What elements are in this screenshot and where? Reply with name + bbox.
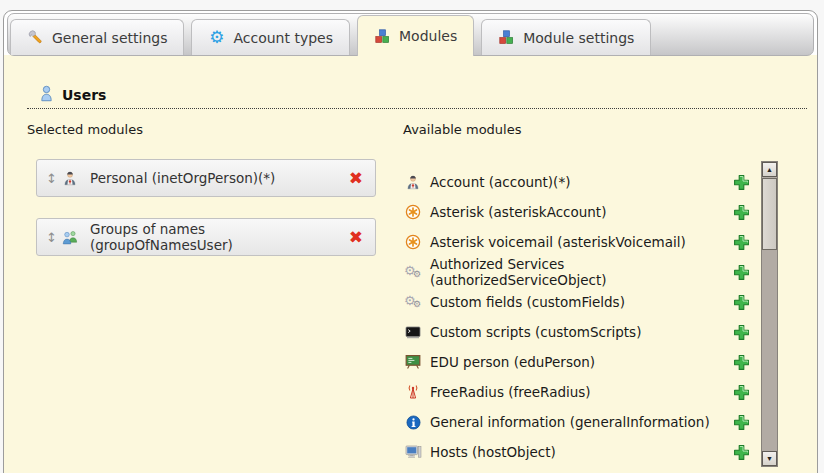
drag-handle-icon[interactable]: ↕: [46, 171, 60, 186]
info-icon: [403, 415, 423, 430]
scroll-down-icon: ▼: [766, 455, 773, 462]
available-module-row: EDU person (eduPerson): [403, 347, 750, 377]
user-icon: [38, 85, 55, 105]
add-module-button[interactable]: [733, 444, 750, 461]
available-module-row: Asterisk voicemail (asteriskVoicemail): [403, 227, 750, 257]
available-module-row: Custom scripts (customScripts): [403, 317, 750, 347]
scrollbar-down-button[interactable]: ▼: [762, 451, 777, 466]
asterisk-icon: [403, 234, 423, 250]
available-module-row: FreeRadius (freeRadius): [403, 377, 750, 407]
section-title: Users: [62, 87, 106, 103]
module-label: Asterisk (asteriskAccount): [430, 204, 733, 220]
add-module-button[interactable]: [733, 414, 750, 431]
modules-icon: [498, 29, 515, 46]
selected-modules-label: Selected modules: [27, 122, 143, 137]
plus-icon: [733, 209, 750, 224]
modules-icon: [374, 28, 391, 45]
plus-icon: [733, 299, 750, 314]
plus-icon: [733, 449, 750, 464]
module-label: Account (account)(*): [430, 174, 733, 190]
add-module-button[interactable]: [733, 264, 750, 281]
users-section-header: Users: [38, 85, 106, 105]
selected-module-row[interactable]: ↕ Personal (inetOrgPerson)(*) ✖: [36, 159, 376, 197]
tab-general-settings[interactable]: General settings: [10, 19, 184, 55]
add-module-button[interactable]: [733, 324, 750, 341]
antenna-icon: [403, 384, 423, 400]
config-window: General settings ⚙ Account types Modules…: [3, 10, 818, 473]
add-module-button[interactable]: [733, 204, 750, 221]
plus-icon: [733, 239, 750, 254]
available-modules-list: Account (account)(*) Asterisk (asteriskA…: [403, 167, 750, 467]
plus-icon: [733, 179, 750, 194]
add-module-button[interactable]: [733, 384, 750, 401]
plus-icon: [733, 359, 750, 374]
available-module-row: Hosts (hostObject): [403, 437, 750, 467]
plus-icon: [733, 389, 750, 404]
module-label: EDU person (eduPerson): [430, 354, 733, 370]
available-module-row: ⚙⚙ Authorized Services (authorizedServic…: [403, 257, 750, 287]
tab-module-settings[interactable]: Module settings: [481, 19, 651, 55]
gear-icon: ⚙: [208, 29, 225, 46]
modules-tab-content: Users Selected modules Available modules…: [4, 55, 817, 473]
wrench-icon: [27, 29, 44, 46]
group-icon: [60, 229, 80, 245]
selected-modules-list: ↕ Personal (inetOrgPerson)(*) ✖ ↕ Groups…: [36, 159, 376, 277]
add-module-button[interactable]: [733, 174, 750, 191]
scrollbar-thumb[interactable]: [762, 178, 777, 250]
add-module-button[interactable]: [733, 234, 750, 251]
tab-bar: General settings ⚙ Account types Modules…: [7, 13, 814, 56]
chalkboard-icon: [403, 354, 423, 370]
gears-icon: ⚙⚙: [403, 294, 423, 310]
module-label: Personal (inetOrgPerson)(*): [90, 170, 349, 186]
module-label: Custom fields (customFields): [430, 294, 733, 310]
computer-icon: [403, 444, 423, 460]
module-label: Authorized Services (authorizedServiceOb…: [430, 256, 733, 288]
module-label: Custom scripts (customScripts): [430, 324, 733, 340]
remove-module-button[interactable]: ✖: [349, 170, 363, 187]
scroll-up-icon: ▲: [766, 166, 773, 173]
add-module-button[interactable]: [733, 354, 750, 371]
scrollbar-up-button[interactable]: ▲: [762, 162, 777, 177]
remove-module-button[interactable]: ✖: [349, 229, 363, 246]
plus-icon: [733, 329, 750, 344]
module-label: Hosts (hostObject): [430, 444, 733, 460]
person-icon: [403, 174, 423, 190]
available-module-row: Asterisk (asteriskAccount): [403, 197, 750, 227]
module-label: Groups of names (groupOfNamesUser): [90, 221, 349, 253]
plus-icon: [733, 419, 750, 434]
asterisk-icon: [403, 204, 423, 220]
available-module-row: General information (generalInformation): [403, 407, 750, 437]
terminal-icon: [403, 324, 423, 340]
selected-module-row[interactable]: ↕ Groups of names (groupOfNamesUser) ✖: [36, 218, 376, 256]
add-module-button[interactable]: [733, 294, 750, 311]
module-label: Asterisk voicemail (asteriskVoicemail): [430, 234, 733, 250]
gears-icon: ⚙⚙: [403, 264, 423, 280]
available-module-row: ⚙⚙ Custom fields (customFields): [403, 287, 750, 317]
section-divider: [27, 108, 807, 109]
scrollbar[interactable]: ▲ ▼: [761, 161, 778, 467]
available-module-row: Account (account)(*): [403, 167, 750, 197]
plus-icon: [733, 269, 750, 284]
tab-account-types[interactable]: ⚙ Account types: [191, 19, 350, 55]
module-label: FreeRadius (freeRadius): [430, 384, 733, 400]
person-icon: [60, 170, 80, 186]
drag-handle-icon[interactable]: ↕: [46, 230, 60, 245]
available-modules-label: Available modules: [403, 122, 521, 137]
module-label: General information (generalInformation): [430, 414, 733, 430]
tab-modules[interactable]: Modules: [357, 15, 474, 56]
